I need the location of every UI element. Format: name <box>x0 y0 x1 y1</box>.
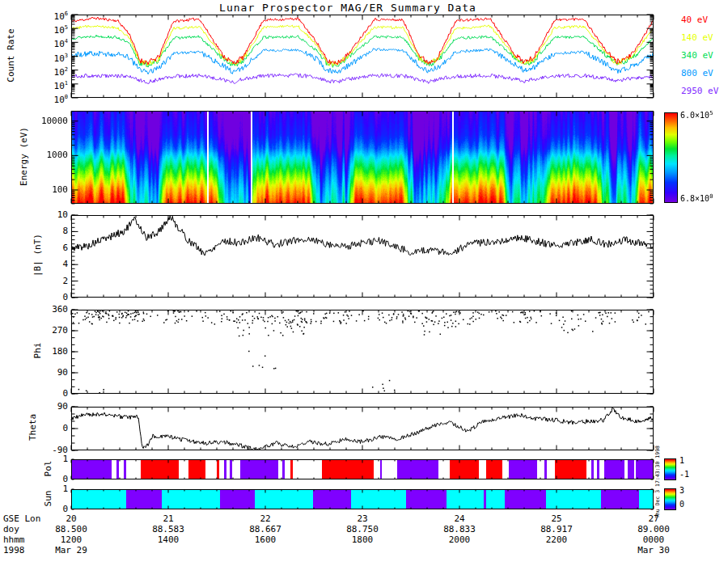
bottom-axis-value: 1400 <box>132 534 205 545</box>
lunar-prospector-summary-plot: Lunar Prospector MAG/ER Summary Data Cou… <box>0 0 728 566</box>
y-tick-label: 104 <box>34 36 68 49</box>
y-tick-label: 4 <box>34 259 68 269</box>
y-tick-label: 2 <box>34 276 68 286</box>
y-tick-label: 1 <box>34 484 68 494</box>
y-tick-label: 0 <box>34 388 68 399</box>
pol-colorbar-max-label: 1 <box>679 456 684 466</box>
bottom-axis-value: 20 <box>35 513 108 524</box>
colorbar-min-label: 6.8×100 <box>680 192 713 204</box>
sun-colorbar <box>664 488 676 510</box>
panel-pol <box>71 459 654 479</box>
bottom-axis-value: 27 <box>617 513 690 524</box>
bottom-axis-value: 88.583 <box>132 524 205 534</box>
y-tick-label: 10 <box>34 209 68 220</box>
bottom-axis-value: 88.500 <box>35 524 108 534</box>
panel-spectrogram <box>71 111 654 204</box>
bottom-axis-value: 24 <box>423 513 496 524</box>
y-tick-label: 100 <box>34 92 68 105</box>
bottom-axis-row-label-hhmm: hhmm <box>3 534 25 545</box>
bottom-axis-value: 22 <box>229 513 302 524</box>
y-tick-label: 360 <box>34 304 68 315</box>
y-tick-label: 103 <box>34 51 68 64</box>
count-rate-axis-title: Count Rate <box>6 14 16 97</box>
colorbar-max-label: 6.0×105 <box>680 108 713 120</box>
bottom-axis-value: 25 <box>520 513 593 524</box>
legend-entry: 40 eV <box>681 15 708 25</box>
y-tick-label: 90 <box>34 367 68 378</box>
legend-entry: 340 eV <box>681 50 713 61</box>
y-tick-label: 180 <box>34 346 68 357</box>
sun-colorbar-min-label: 0 <box>679 500 684 509</box>
pol-colorbar-min-label: -1 <box>679 470 689 479</box>
bottom-axis-value: 88.917 <box>520 524 593 534</box>
panel-sun <box>71 489 654 509</box>
panel-theta <box>71 407 654 450</box>
bottom-axis-value: 1600 <box>229 534 302 545</box>
creation-timestamp: Thu Dec 3 17:43:30 1998 <box>654 445 661 519</box>
y-tick-label: 8 <box>34 226 68 236</box>
bottom-axis-value: 89.000 <box>617 524 690 534</box>
bottom-axis-value: 88.667 <box>229 524 302 534</box>
bottom-axis-value: 2200 <box>520 534 593 545</box>
bottom-axis-row-label-doy: doy <box>3 524 19 534</box>
y-tick-label: 270 <box>34 325 68 336</box>
bottom-axis-value: 88.833 <box>423 524 496 534</box>
y-tick-label: 101 <box>34 78 68 91</box>
y-tick-label: 100 <box>34 184 68 195</box>
y-tick-label: 90 <box>34 401 68 412</box>
y-tick-label: 10000 <box>34 116 68 126</box>
bottom-axis-value: Mar 30 <box>617 545 690 555</box>
energy-axis-title: Energy (eV) <box>19 110 29 203</box>
y-tick-label: 6 <box>34 243 68 253</box>
bottom-axis-value: 2000 <box>423 534 496 545</box>
bottom-axis-row-label-year: 1998 <box>3 545 25 555</box>
spectrogram-colorbar <box>664 112 678 203</box>
y-tick-label: 105 <box>34 23 68 36</box>
legend-entry: 800 eV <box>681 68 713 78</box>
panel-phi <box>71 310 654 394</box>
pol-colorbar <box>664 458 676 480</box>
bottom-axis-value: Mar 29 <box>35 545 108 555</box>
bottom-axis-value: 1800 <box>326 534 399 545</box>
y-tick-label: 0 <box>34 292 68 302</box>
sun-colorbar-max-label: 3 <box>679 486 684 496</box>
y-tick-label: 1 <box>34 454 68 464</box>
panel-count-rate <box>71 15 654 98</box>
y-tick-label: 102 <box>34 65 68 78</box>
y-tick-label: 106 <box>34 9 68 22</box>
bottom-axis-value: 0000 <box>617 534 690 545</box>
bottom-axis-value: 23 <box>326 513 399 524</box>
bottom-axis-value: 21 <box>132 513 205 524</box>
legend-entry: 2950 eV <box>681 86 718 96</box>
y-tick-label: 0 <box>34 423 68 433</box>
panel-bmag <box>71 215 654 298</box>
bottom-axis-value: 1200 <box>35 534 108 545</box>
legend-entry: 140 eV <box>681 32 713 43</box>
bottom-axis-value: 88.750 <box>326 524 399 534</box>
y-tick-label: 1000 <box>34 150 68 160</box>
plot-title: Lunar Prospector MAG/ER Summary Data <box>0 2 696 14</box>
